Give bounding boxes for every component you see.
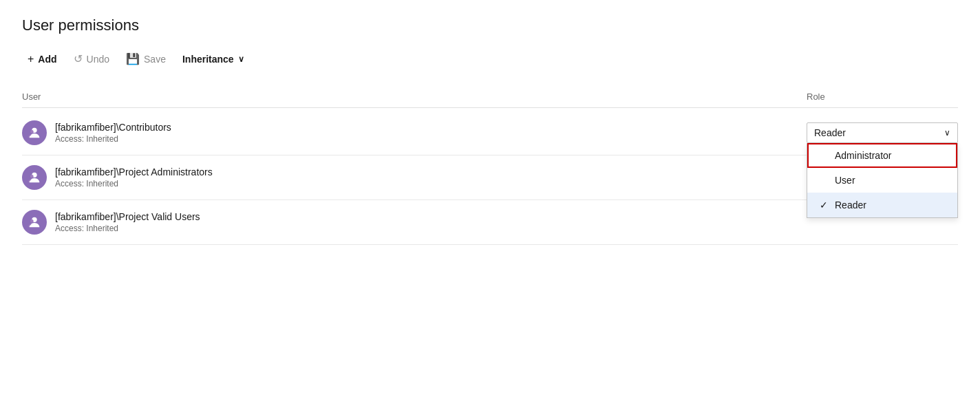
avatar — [22, 165, 47, 190]
dropdown-item-reader[interactable]: ✓ Reader — [807, 193, 957, 217]
users-table: [fabrikamfiber]\Contributors Access: Inh… — [22, 111, 958, 245]
dropdown-item-administrator[interactable]: Administrator — [807, 143, 957, 168]
page-title: User permissions — [22, 17, 958, 34]
plus-icon: + — [28, 54, 34, 65]
user-access: Access: Inherited — [55, 224, 200, 233]
svg-point-3 — [30, 175, 34, 178]
undo-button[interactable]: ↺ Undo — [68, 48, 115, 69]
dropdown-chevron-icon: ∨ — [944, 128, 950, 138]
dropdown-item-user[interactable]: User — [807, 168, 957, 193]
inheritance-button[interactable]: Inheritance ∨ — [177, 50, 250, 69]
user-name: [fabrikamfiber]\Project Administrators — [55, 166, 213, 177]
role-dropdown[interactable]: Reader ∨ — [807, 122, 958, 143]
inheritance-button-label: Inheritance — [182, 54, 234, 65]
dropdown-item-label: User — [835, 175, 855, 186]
add-button[interactable]: + Add — [22, 50, 63, 69]
col-header-user: User — [22, 91, 807, 102]
user-name: [fabrikamfiber]\Contributors — [55, 122, 171, 133]
user-info: [fabrikamfiber]\Project Administrators A… — [22, 165, 807, 190]
col-header-role: Role — [807, 91, 958, 102]
user-name: [fabrikamfiber]\Project Valid Users — [55, 211, 200, 222]
user-details: [fabrikamfiber]\Contributors Access: Inh… — [55, 122, 171, 144]
svg-point-1 — [30, 130, 34, 133]
user-info: [fabrikamfiber]\Project Valid Users Acce… — [22, 210, 807, 235]
avatar — [22, 210, 47, 235]
dropdown-item-label: Reader — [835, 200, 866, 211]
user-details: [fabrikamfiber]\Project Valid Users Acce… — [55, 211, 200, 233]
save-icon: 💾 — [126, 52, 140, 65]
table-row: [fabrikamfiber]\Contributors Access: Inh… — [22, 111, 958, 155]
save-button-label: Save — [144, 54, 166, 65]
role-dropdown-menu: Administrator User ✓ Reader — [807, 143, 958, 218]
chevron-down-icon: ∨ — [238, 54, 244, 64]
save-button[interactable]: 💾 Save — [120, 48, 171, 69]
table-header: User Role — [22, 86, 958, 108]
user-access: Access: Inherited — [55, 179, 213, 188]
user-access: Access: Inherited — [55, 134, 171, 144]
avatar — [22, 120, 47, 145]
check-icon: ✓ — [818, 200, 829, 211]
toolbar: + Add ↺ Undo 💾 Save Inheritance ∨ — [22, 48, 958, 75]
add-button-label: Add — [38, 54, 56, 65]
user-details: [fabrikamfiber]\Project Administrators A… — [55, 166, 213, 188]
svg-point-5 — [30, 219, 34, 223]
undo-icon: ↺ — [74, 52, 83, 65]
user-info: [fabrikamfiber]\Contributors Access: Inh… — [22, 120, 807, 145]
dropdown-item-label: Administrator — [835, 150, 891, 161]
selected-role-label: Reader — [814, 127, 846, 138]
undo-button-label: Undo — [87, 54, 109, 65]
